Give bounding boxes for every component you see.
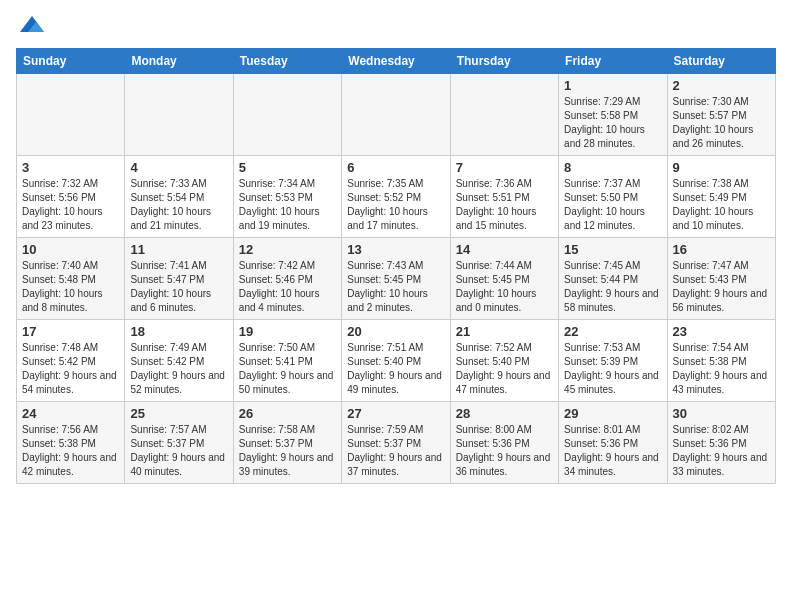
day-number: 5 [239,160,336,175]
day-number: 11 [130,242,227,257]
calendar-cell: 4Sunrise: 7:33 AM Sunset: 5:54 PM Daylig… [125,156,233,238]
calendar-cell: 6Sunrise: 7:35 AM Sunset: 5:52 PM Daylig… [342,156,450,238]
cell-info: Sunrise: 7:30 AM Sunset: 5:57 PM Dayligh… [673,95,770,151]
cell-info: Sunrise: 7:58 AM Sunset: 5:37 PM Dayligh… [239,423,336,479]
calendar-cell: 12Sunrise: 7:42 AM Sunset: 5:46 PM Dayli… [233,238,341,320]
logo [16,16,46,40]
calendar-cell: 19Sunrise: 7:50 AM Sunset: 5:41 PM Dayli… [233,320,341,402]
cell-info: Sunrise: 7:36 AM Sunset: 5:51 PM Dayligh… [456,177,553,233]
day-number: 2 [673,78,770,93]
day-number: 20 [347,324,444,339]
cell-info: Sunrise: 7:43 AM Sunset: 5:45 PM Dayligh… [347,259,444,315]
calendar-cell: 2Sunrise: 7:30 AM Sunset: 5:57 PM Daylig… [667,74,775,156]
calendar-cell: 5Sunrise: 7:34 AM Sunset: 5:53 PM Daylig… [233,156,341,238]
calendar-cell: 18Sunrise: 7:49 AM Sunset: 5:42 PM Dayli… [125,320,233,402]
cell-info: Sunrise: 7:35 AM Sunset: 5:52 PM Dayligh… [347,177,444,233]
calendar-cell: 9Sunrise: 7:38 AM Sunset: 5:49 PM Daylig… [667,156,775,238]
cell-info: Sunrise: 7:57 AM Sunset: 5:37 PM Dayligh… [130,423,227,479]
day-number: 4 [130,160,227,175]
page-header [16,16,776,40]
calendar-cell: 28Sunrise: 8:00 AM Sunset: 5:36 PM Dayli… [450,402,558,484]
calendar-cell: 13Sunrise: 7:43 AM Sunset: 5:45 PM Dayli… [342,238,450,320]
calendar-week-1: 1Sunrise: 7:29 AM Sunset: 5:58 PM Daylig… [17,74,776,156]
cell-info: Sunrise: 7:40 AM Sunset: 5:48 PM Dayligh… [22,259,119,315]
day-number: 29 [564,406,661,421]
cell-info: Sunrise: 7:53 AM Sunset: 5:39 PM Dayligh… [564,341,661,397]
day-number: 28 [456,406,553,421]
calendar-cell: 11Sunrise: 7:41 AM Sunset: 5:47 PM Dayli… [125,238,233,320]
cell-info: Sunrise: 7:49 AM Sunset: 5:42 PM Dayligh… [130,341,227,397]
calendar-week-2: 3Sunrise: 7:32 AM Sunset: 5:56 PM Daylig… [17,156,776,238]
cell-info: Sunrise: 7:59 AM Sunset: 5:37 PM Dayligh… [347,423,444,479]
calendar-cell [342,74,450,156]
cell-info: Sunrise: 7:51 AM Sunset: 5:40 PM Dayligh… [347,341,444,397]
calendar-cell: 20Sunrise: 7:51 AM Sunset: 5:40 PM Dayli… [342,320,450,402]
weekday-header-saturday: Saturday [667,49,775,74]
day-number: 9 [673,160,770,175]
calendar-cell: 1Sunrise: 7:29 AM Sunset: 5:58 PM Daylig… [559,74,667,156]
calendar-week-3: 10Sunrise: 7:40 AM Sunset: 5:48 PM Dayli… [17,238,776,320]
calendar-cell: 15Sunrise: 7:45 AM Sunset: 5:44 PM Dayli… [559,238,667,320]
cell-info: Sunrise: 8:01 AM Sunset: 5:36 PM Dayligh… [564,423,661,479]
cell-info: Sunrise: 7:37 AM Sunset: 5:50 PM Dayligh… [564,177,661,233]
cell-info: Sunrise: 7:29 AM Sunset: 5:58 PM Dayligh… [564,95,661,151]
cell-info: Sunrise: 8:00 AM Sunset: 5:36 PM Dayligh… [456,423,553,479]
calendar-cell [17,74,125,156]
day-number: 6 [347,160,444,175]
cell-info: Sunrise: 8:02 AM Sunset: 5:36 PM Dayligh… [673,423,770,479]
calendar-cell: 29Sunrise: 8:01 AM Sunset: 5:36 PM Dayli… [559,402,667,484]
day-number: 7 [456,160,553,175]
day-number: 25 [130,406,227,421]
calendar-cell: 21Sunrise: 7:52 AM Sunset: 5:40 PM Dayli… [450,320,558,402]
day-number: 22 [564,324,661,339]
calendar-cell: 22Sunrise: 7:53 AM Sunset: 5:39 PM Dayli… [559,320,667,402]
day-number: 19 [239,324,336,339]
day-number: 1 [564,78,661,93]
calendar-week-5: 24Sunrise: 7:56 AM Sunset: 5:38 PM Dayli… [17,402,776,484]
calendar-cell: 7Sunrise: 7:36 AM Sunset: 5:51 PM Daylig… [450,156,558,238]
day-number: 18 [130,324,227,339]
calendar-cell: 10Sunrise: 7:40 AM Sunset: 5:48 PM Dayli… [17,238,125,320]
day-number: 21 [456,324,553,339]
cell-info: Sunrise: 7:52 AM Sunset: 5:40 PM Dayligh… [456,341,553,397]
day-number: 15 [564,242,661,257]
weekday-header-sunday: Sunday [17,49,125,74]
calendar-cell: 25Sunrise: 7:57 AM Sunset: 5:37 PM Dayli… [125,402,233,484]
calendar: SundayMondayTuesdayWednesdayThursdayFrid… [16,48,776,484]
cell-info: Sunrise: 7:41 AM Sunset: 5:47 PM Dayligh… [130,259,227,315]
day-number: 10 [22,242,119,257]
day-number: 17 [22,324,119,339]
calendar-cell: 17Sunrise: 7:48 AM Sunset: 5:42 PM Dayli… [17,320,125,402]
calendar-cell: 16Sunrise: 7:47 AM Sunset: 5:43 PM Dayli… [667,238,775,320]
cell-info: Sunrise: 7:56 AM Sunset: 5:38 PM Dayligh… [22,423,119,479]
day-number: 24 [22,406,119,421]
cell-info: Sunrise: 7:38 AM Sunset: 5:49 PM Dayligh… [673,177,770,233]
day-number: 14 [456,242,553,257]
cell-info: Sunrise: 7:47 AM Sunset: 5:43 PM Dayligh… [673,259,770,315]
weekday-header-wednesday: Wednesday [342,49,450,74]
cell-info: Sunrise: 7:32 AM Sunset: 5:56 PM Dayligh… [22,177,119,233]
calendar-cell: 8Sunrise: 7:37 AM Sunset: 5:50 PM Daylig… [559,156,667,238]
calendar-cell [450,74,558,156]
weekday-header-monday: Monday [125,49,233,74]
day-number: 8 [564,160,661,175]
calendar-cell: 27Sunrise: 7:59 AM Sunset: 5:37 PM Dayli… [342,402,450,484]
calendar-cell: 3Sunrise: 7:32 AM Sunset: 5:56 PM Daylig… [17,156,125,238]
weekday-header-tuesday: Tuesday [233,49,341,74]
calendar-cell [125,74,233,156]
cell-info: Sunrise: 7:44 AM Sunset: 5:45 PM Dayligh… [456,259,553,315]
cell-info: Sunrise: 7:42 AM Sunset: 5:46 PM Dayligh… [239,259,336,315]
day-number: 23 [673,324,770,339]
cell-info: Sunrise: 7:50 AM Sunset: 5:41 PM Dayligh… [239,341,336,397]
calendar-cell: 30Sunrise: 8:02 AM Sunset: 5:36 PM Dayli… [667,402,775,484]
logo-icon [18,12,46,40]
day-number: 16 [673,242,770,257]
day-number: 27 [347,406,444,421]
cell-info: Sunrise: 7:48 AM Sunset: 5:42 PM Dayligh… [22,341,119,397]
day-number: 12 [239,242,336,257]
calendar-cell: 24Sunrise: 7:56 AM Sunset: 5:38 PM Dayli… [17,402,125,484]
calendar-cell: 14Sunrise: 7:44 AM Sunset: 5:45 PM Dayli… [450,238,558,320]
calendar-cell [233,74,341,156]
calendar-cell: 26Sunrise: 7:58 AM Sunset: 5:37 PM Dayli… [233,402,341,484]
cell-info: Sunrise: 7:45 AM Sunset: 5:44 PM Dayligh… [564,259,661,315]
